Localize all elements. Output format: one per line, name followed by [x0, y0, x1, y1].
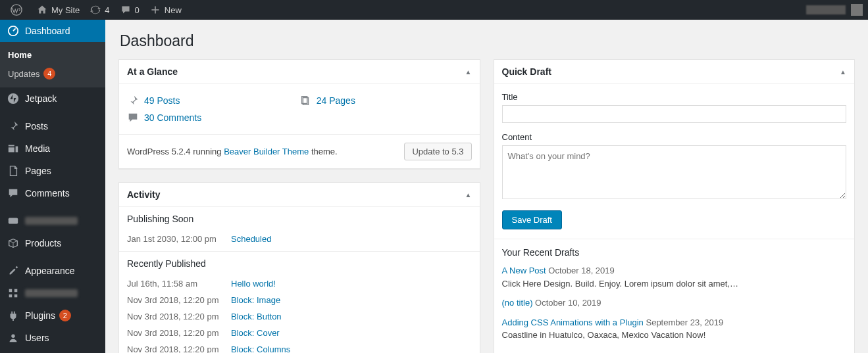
comment-icon: [7, 187, 20, 199]
collapse-icon[interactable]: ▲: [465, 191, 472, 199]
activity-header[interactable]: Activity▲: [119, 183, 480, 207]
draft-date: October 18, 2019: [548, 266, 614, 275]
site-name-label: My Site: [51, 5, 80, 15]
sidebar-item-label: Users: [25, 333, 49, 343]
svg-point-8: [11, 335, 14, 338]
products-icon: [7, 237, 20, 249]
activity-row: Nov 3rd 2018, 12:20 pmBlock: Button: [119, 308, 480, 325]
admin-sidebar: Dashboard Home Updates4 Jetpack Posts Me…: [0, 20, 105, 353]
activity-post-link[interactable]: Hello world!: [231, 279, 276, 289]
glance-pages-link[interactable]: 24 Pages: [299, 92, 472, 109]
jetpack-icon: [7, 93, 20, 105]
publishing-soon-heading: Publishing Soon: [119, 207, 480, 231]
draft-title-link[interactable]: A New Post: [502, 266, 546, 275]
sidebar-item-products[interactable]: Products: [0, 232, 105, 254]
activity-post-link[interactable]: Block: Image: [231, 295, 280, 305]
updates-link[interactable]: 4: [85, 0, 115, 20]
quick-draft-header[interactable]: Quick Draft▲: [494, 60, 855, 84]
comments-link[interactable]: 0: [115, 0, 145, 20]
media-icon: [7, 143, 20, 154]
qd-content-label: Content: [502, 132, 847, 142]
comment-icon: [127, 112, 139, 124]
draft-excerpt: Click Here Design. Build. Enjoy. Lorem i…: [502, 277, 847, 291]
collapse-icon[interactable]: ▲: [840, 68, 846, 76]
draft-date: September 23, 2019: [646, 318, 723, 327]
draft-item: (no title) October 10, 2019: [502, 296, 847, 310]
svg-rect-3: [9, 218, 18, 224]
plugins-badge: 2: [59, 310, 71, 321]
svg-rect-6: [9, 294, 13, 298]
page-title: Dashboard: [118, 26, 855, 59]
updates-count: 4: [105, 5, 109, 15]
svg-rect-5: [14, 289, 18, 293]
sidebar-item-jetpack[interactable]: Jetpack: [0, 87, 105, 110]
activity-box: Activity▲ Publishing Soon Jan 1st 2030, …: [118, 182, 480, 353]
box-title: Quick Draft: [502, 66, 551, 77]
new-label: New: [165, 5, 182, 15]
user-name-blurred: [806, 5, 846, 14]
glance-posts-link[interactable]: 49 Posts: [127, 92, 299, 109]
sidebar-item-blurred-1[interactable]: [0, 210, 105, 232]
box-title: Activity: [127, 189, 161, 200]
activity-date: Nov 3rd 2018, 12:20 pm: [127, 344, 231, 353]
draft-item: Adding CSS Animations with a Plugin Sept…: [502, 316, 847, 342]
users-icon: [7, 332, 20, 344]
sidebar-item-dashboard[interactable]: Dashboard: [0, 20, 105, 42]
collapse-icon[interactable]: ▲: [465, 68, 472, 76]
submenu-updates[interactable]: Updates4: [0, 64, 105, 83]
wp-logo[interactable]: [5, 0, 32, 20]
svg-point-2: [8, 93, 18, 104]
at-a-glance-box: At a Glance▲ 49 Posts 24 Pages 30 Commen…: [118, 59, 480, 169]
qd-content-textarea[interactable]: [502, 145, 847, 199]
draft-title-link[interactable]: (no title): [502, 298, 533, 308]
activity-row: Jan 1st 2030, 12:00 pmScheduled: [119, 231, 480, 247]
grid-icon: [7, 287, 20, 299]
sidebar-item-plugins[interactable]: Plugins2: [0, 304, 105, 327]
qd-title-input[interactable]: [502, 105, 847, 123]
sidebar-item-label: Comments: [25, 188, 70, 199]
draft-excerpt: Coastline in Huatulco, Oaxaca, Mexico Va…: [502, 329, 847, 342]
activity-date: Nov 3rd 2018, 12:20 pm: [127, 328, 231, 338]
dashboard-icon: [7, 25, 20, 37]
comment-icon: [120, 5, 131, 15]
sidebar-item-label: Jetpack: [25, 93, 57, 104]
activity-post-link[interactable]: Scheduled: [231, 234, 271, 244]
activity-post-link[interactable]: Block: Button: [231, 312, 282, 321]
updates-badge: 4: [43, 68, 55, 80]
svg-rect-7: [14, 294, 18, 298]
sidebar-item-blurred-2[interactable]: [0, 282, 105, 304]
sidebar-item-comments[interactable]: Comments: [0, 182, 105, 204]
submenu-home[interactable]: Home: [0, 46, 105, 64]
at-a-glance-header[interactable]: At a Glance▲: [119, 60, 480, 84]
activity-post-link[interactable]: Block: Columns: [231, 344, 290, 353]
plugin-icon: [7, 310, 20, 321]
home-icon: [37, 5, 47, 15]
activity-row: Nov 3rd 2018, 12:20 pmBlock: Image: [119, 292, 480, 308]
activity-post-link[interactable]: Block: Cover: [231, 328, 280, 338]
sidebar-item-users[interactable]: Users: [0, 327, 105, 349]
new-content-link[interactable]: New: [145, 0, 187, 20]
sidebar-item-label: Dashboard: [25, 26, 70, 36]
theme-link[interactable]: Beaver Builder Theme: [224, 147, 309, 156]
svg-rect-4: [9, 289, 13, 293]
save-draft-button[interactable]: Save Draft: [502, 210, 562, 229]
admin-toolbar: My Site 4 0 New: [0, 0, 868, 20]
wordpress-icon: [11, 4, 22, 16]
activity-date: Nov 3rd 2018, 12:20 pm: [127, 295, 231, 305]
sidebar-item-label: Appearance: [25, 266, 75, 276]
refresh-icon: [90, 5, 101, 15]
appearance-icon: [7, 265, 20, 277]
sidebar-item-media[interactable]: Media: [0, 137, 105, 160]
recent-drafts-heading: Your Recent Drafts: [502, 247, 847, 258]
update-wp-button[interactable]: Update to 5.3: [404, 143, 471, 160]
pin-icon: [127, 95, 139, 106]
user-avatar[interactable]: [851, 4, 863, 16]
draft-title-link[interactable]: Adding CSS Animations with a Plugin: [502, 318, 644, 327]
sidebar-item-appearance[interactable]: Appearance: [0, 260, 105, 282]
sidebar-item-posts[interactable]: Posts: [0, 115, 105, 137]
activity-row: Jul 16th, 11:58 amHello world!: [119, 275, 480, 292]
sidebar-item-pages[interactable]: Pages: [0, 160, 105, 182]
site-name-link[interactable]: My Site: [32, 0, 85, 20]
main-content: Dashboard At a Glance▲ 49 Posts 24 Pages…: [105, 20, 868, 353]
glance-comments-link[interactable]: 30 Comments: [127, 109, 299, 126]
